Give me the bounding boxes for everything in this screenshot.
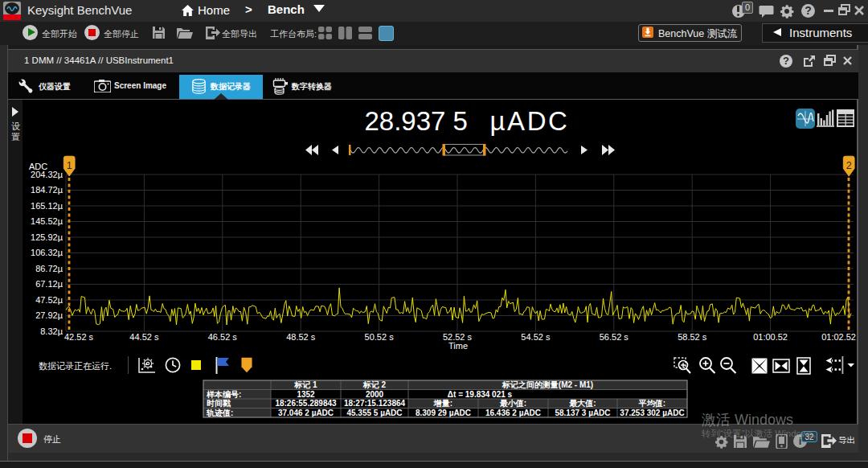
svg-text:1: 1 bbox=[67, 160, 72, 171]
svg-text:2: 2 bbox=[846, 160, 852, 171]
